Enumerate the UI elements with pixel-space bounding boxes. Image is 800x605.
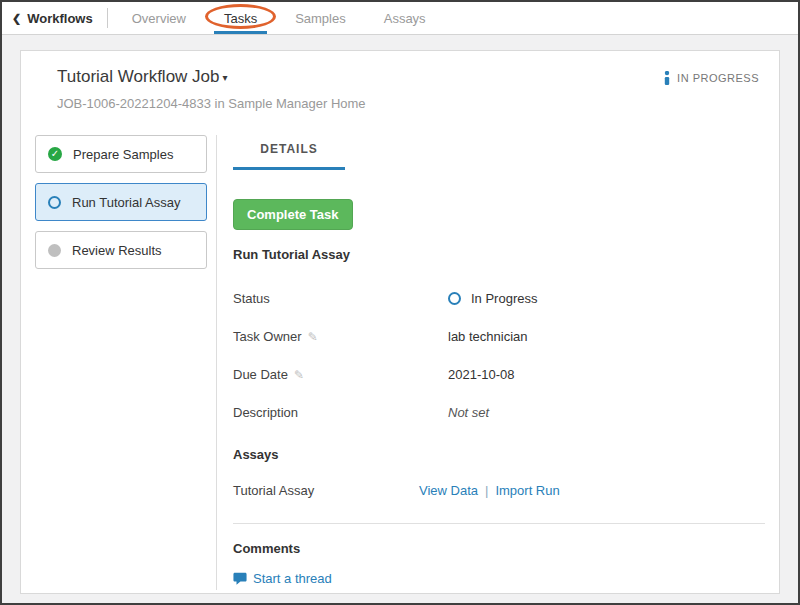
status-badge-text: IN PROGRESS bbox=[677, 72, 759, 84]
status-value: In Progress bbox=[448, 291, 537, 306]
field-label: Status bbox=[233, 291, 448, 306]
comment-bubble-icon bbox=[233, 572, 247, 585]
assay-name: Tutorial Assay bbox=[233, 483, 419, 498]
field-label-text: Due Date bbox=[233, 367, 288, 382]
check-circle-icon: ✓ bbox=[48, 147, 62, 161]
assay-row: Tutorial Assay View Data|Import Run bbox=[233, 483, 765, 498]
field-row-status: Status In Progress bbox=[233, 290, 765, 306]
status-value-text: In Progress bbox=[471, 291, 537, 306]
task-detail-title: Run Tutorial Assay bbox=[233, 247, 765, 262]
tab-tasks-label: Tasks bbox=[224, 11, 257, 26]
job-subtitle: JOB-1006-20221204-4833 in Sample Manager… bbox=[57, 96, 759, 111]
task-item-label: Prepare Samples bbox=[73, 147, 173, 162]
job-card: Tutorial Workflow Job▾ IN PROGRESS JOB-1… bbox=[20, 50, 780, 594]
status-badge: IN PROGRESS bbox=[664, 71, 759, 85]
task-item-run-tutorial-assay[interactable]: Run Tutorial Assay bbox=[35, 183, 207, 221]
task-item-label: Review Results bbox=[72, 243, 162, 258]
back-to-workflows-link[interactable]: ❮ Workflows bbox=[2, 2, 107, 34]
tab-tasks[interactable]: Tasks bbox=[216, 2, 265, 34]
back-link-label: Workflows bbox=[27, 11, 93, 26]
due-date-value: 2021-10-08 bbox=[448, 367, 515, 382]
start-thread-label: Start a thread bbox=[253, 571, 332, 586]
view-data-link[interactable]: View Data bbox=[419, 483, 478, 498]
field-row-description: Description Not set bbox=[233, 404, 765, 420]
details-panel: DETAILS Complete Task Run Tutorial Assay… bbox=[216, 135, 765, 590]
page-title-group: Tutorial Workflow Job▾ bbox=[57, 67, 228, 87]
in-progress-circle-icon bbox=[48, 196, 61, 209]
tab-samples-label: Samples bbox=[295, 11, 346, 26]
link-separator: | bbox=[478, 483, 495, 498]
info-icon[interactable] bbox=[664, 71, 670, 85]
tab-details[interactable]: DETAILS bbox=[233, 135, 345, 170]
in-progress-circle-icon bbox=[448, 292, 461, 305]
page-title: Tutorial Workflow Job bbox=[57, 67, 220, 86]
task-item-prepare-samples[interactable]: ✓ Prepare Samples bbox=[35, 135, 207, 173]
field-label: Due Date✎ bbox=[233, 367, 448, 382]
edit-pencil-icon[interactable]: ✎ bbox=[294, 368, 304, 382]
comments-heading: Comments bbox=[233, 541, 765, 556]
pending-dot-icon bbox=[48, 244, 61, 257]
tab-samples[interactable]: Samples bbox=[287, 2, 354, 34]
task-owner-value: lab technician bbox=[448, 329, 528, 344]
tab-overview-label: Overview bbox=[132, 11, 186, 26]
section-divider bbox=[233, 523, 765, 524]
chevron-left-icon: ❮ bbox=[12, 12, 21, 25]
task-item-label: Run Tutorial Assay bbox=[72, 195, 180, 210]
tab-overview[interactable]: Overview bbox=[124, 2, 194, 34]
field-label-text: Task Owner bbox=[233, 329, 302, 344]
assays-heading: Assays bbox=[233, 447, 765, 462]
complete-task-button[interactable]: Complete Task bbox=[233, 199, 353, 230]
description-value: Not set bbox=[448, 405, 489, 420]
tab-assays[interactable]: Assays bbox=[376, 2, 434, 34]
field-label: Description bbox=[233, 405, 448, 420]
active-tab-underline bbox=[214, 31, 267, 34]
start-thread-link[interactable]: Start a thread bbox=[233, 571, 765, 586]
field-label: Task Owner✎ bbox=[233, 329, 448, 344]
nav-divider bbox=[107, 8, 108, 28]
task-list: ✓ Prepare Samples Run Tutorial Assay Rev… bbox=[35, 135, 216, 590]
field-row-due-date: Due Date✎ 2021-10-08 bbox=[233, 366, 765, 382]
field-row-task-owner: Task Owner✎ lab technician bbox=[233, 328, 765, 344]
task-item-review-results[interactable]: Review Results bbox=[35, 231, 207, 269]
import-run-link[interactable]: Import Run bbox=[495, 483, 559, 498]
tab-assays-label: Assays bbox=[384, 11, 426, 26]
card-header: Tutorial Workflow Job▾ IN PROGRESS JOB-1… bbox=[35, 65, 765, 111]
caret-down-icon[interactable]: ▾ bbox=[223, 72, 228, 83]
edit-pencil-icon[interactable]: ✎ bbox=[308, 330, 318, 344]
top-nav: ❮ Workflows Overview Tasks Samples Assay… bbox=[2, 2, 798, 35]
